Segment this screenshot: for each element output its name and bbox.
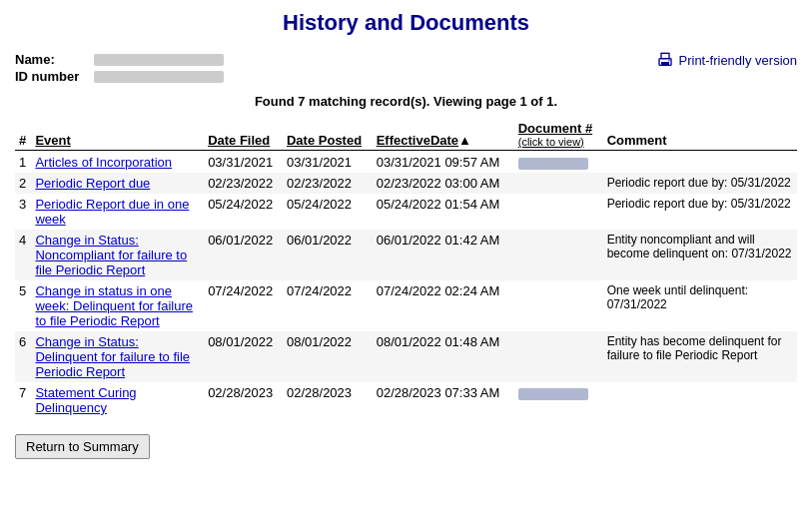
- history-table: # Event Date Filed Date Posted Effective…: [15, 119, 797, 418]
- row-date-posted: 02/28/2023: [283, 382, 373, 418]
- svg-rect-0: [661, 53, 669, 58]
- row-date-filed: 02/23/2022: [204, 173, 283, 194]
- row-event[interactable]: Articles of Incorporation: [31, 151, 204, 174]
- row-comment: [603, 382, 797, 418]
- table-row: 6Change in Status: Delinquent for failur…: [15, 331, 797, 382]
- row-date-posted: 08/01/2022: [283, 331, 373, 382]
- row-event[interactable]: Periodic Report due: [31, 173, 204, 194]
- row-comment: Entity has become delinquent for failure…: [603, 331, 797, 382]
- row-effective-date: 02/28/2023 07:33 AM: [373, 382, 514, 418]
- row-event[interactable]: Periodic Report due in one week: [31, 194, 204, 230]
- print-link[interactable]: Print-friendly version: [656, 52, 798, 68]
- row-comment: Periodic report due by: 05/31/2022: [603, 194, 797, 230]
- row-date-posted: 05/24/2022: [283, 194, 373, 230]
- table-header-row: # Event Date Filed Date Posted Effective…: [15, 119, 797, 151]
- row-num: 5: [15, 280, 31, 331]
- row-comment: [603, 151, 797, 174]
- row-document: [514, 230, 603, 280]
- row-num: 2: [15, 173, 31, 194]
- svg-rect-2: [661, 62, 669, 65]
- table-row: 3Periodic Report due in one week05/24/20…: [15, 194, 797, 230]
- id-value-blur: [94, 71, 224, 83]
- row-date-filed: 08/01/2022: [204, 331, 283, 382]
- svg-point-3: [668, 60, 669, 61]
- row-event[interactable]: Statement Curing Delinquency: [31, 382, 204, 418]
- meta-section: Name: ID number Print-friendly version: [15, 52, 797, 86]
- row-date-filed: 05/24/2022: [204, 194, 283, 230]
- row-effective-date: 08/01/2022 01:48 AM: [373, 331, 514, 382]
- col-date-filed: Date Filed: [204, 119, 283, 151]
- row-date-posted: 07/24/2022: [283, 280, 373, 331]
- row-date-filed: 07/24/2022: [204, 280, 283, 331]
- name-label: Name:: [15, 52, 90, 67]
- table-row: 4Change in Status: Noncompliant for fail…: [15, 230, 797, 280]
- row-document[interactable]: [514, 151, 603, 174]
- row-document: [514, 331, 603, 382]
- row-effective-date: 06/01/2022 01:42 AM: [373, 230, 514, 280]
- row-date-posted: 03/31/2021: [283, 151, 373, 174]
- row-document: [514, 194, 603, 230]
- col-comment: Comment: [603, 119, 797, 151]
- col-date-posted: Date Posted: [283, 119, 373, 151]
- print-icon: [656, 52, 674, 68]
- row-event[interactable]: Change in Status: Noncompliant for failu…: [31, 230, 204, 280]
- print-label: Print-friendly version: [679, 53, 798, 68]
- row-comment: Entity noncompliant and will become deli…: [603, 230, 797, 280]
- row-event[interactable]: Change in Status: Delinquent for failure…: [31, 331, 204, 382]
- col-event: Event: [31, 119, 204, 151]
- row-date-posted: 02/23/2022: [283, 173, 373, 194]
- row-num: 1: [15, 151, 31, 174]
- col-document: Document # (click to view): [514, 119, 603, 151]
- id-label: ID number: [15, 69, 90, 84]
- row-comment: Periodic report due by: 05/31/2022: [603, 173, 797, 194]
- row-num: 3: [15, 194, 31, 230]
- row-effective-date: 02/23/2022 03:00 AM: [373, 173, 514, 194]
- row-document: [514, 173, 603, 194]
- row-effective-date: 05/24/2022 01:54 AM: [373, 194, 514, 230]
- table-row: 1Articles of Incorporation03/31/202103/3…: [15, 151, 797, 174]
- row-num: 4: [15, 230, 31, 280]
- row-document[interactable]: [514, 382, 603, 418]
- row-comment: One week until delinquent: 07/31/2022: [603, 280, 797, 331]
- row-effective-date: 07/24/2022 02:24 AM: [373, 280, 514, 331]
- row-effective-date: 03/31/2021 09:57 AM: [373, 151, 514, 174]
- row-date-filed: 02/28/2023: [204, 382, 283, 418]
- records-summary: Found 7 matching record(s). Viewing page…: [15, 94, 797, 109]
- row-date-filed: 06/01/2022: [204, 230, 283, 280]
- table-row: 2Periodic Report due02/23/202202/23/2022…: [15, 173, 797, 194]
- col-effective-date: EffectiveDate▲: [373, 119, 514, 151]
- page-title: History and Documents: [15, 10, 797, 36]
- name-value-blur: [94, 54, 224, 66]
- table-row: 5Change in status in one week: Delinquen…: [15, 280, 797, 331]
- row-date-posted: 06/01/2022: [283, 230, 373, 280]
- table-row: 7Statement Curing Delinquency02/28/20230…: [15, 382, 797, 418]
- row-event[interactable]: Change in status in one week: Delinquent…: [31, 280, 204, 331]
- row-num: 6: [15, 331, 31, 382]
- row-date-filed: 03/31/2021: [204, 151, 283, 174]
- meta-info: Name: ID number: [15, 52, 224, 86]
- col-num: #: [15, 119, 31, 151]
- row-document: [514, 280, 603, 331]
- row-num: 7: [15, 382, 31, 418]
- return-summary-button[interactable]: Return to Summary: [15, 434, 150, 459]
